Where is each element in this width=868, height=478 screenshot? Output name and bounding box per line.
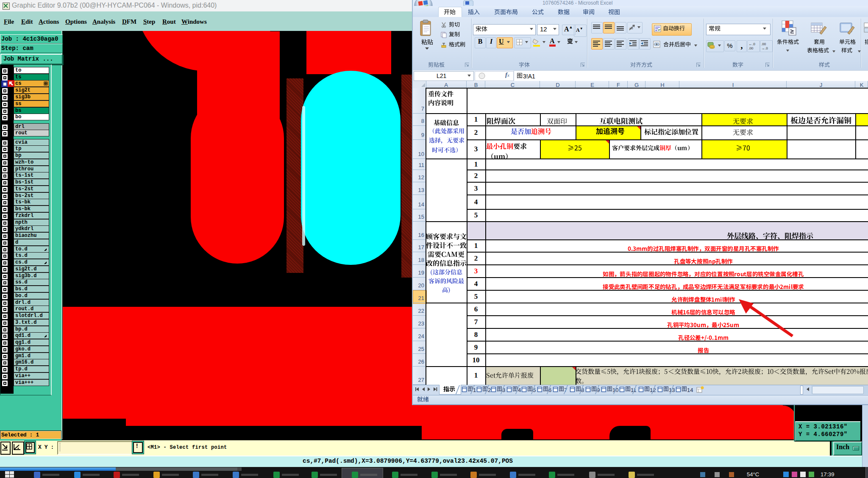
svg-text:ab: ab	[629, 26, 633, 30]
svg-text:→.0: →.0	[761, 46, 768, 50]
svg-text:←.0: ←.0	[748, 42, 755, 46]
svg-text:.00: .00	[748, 46, 754, 50]
svg-text:.00: .00	[761, 42, 766, 46]
